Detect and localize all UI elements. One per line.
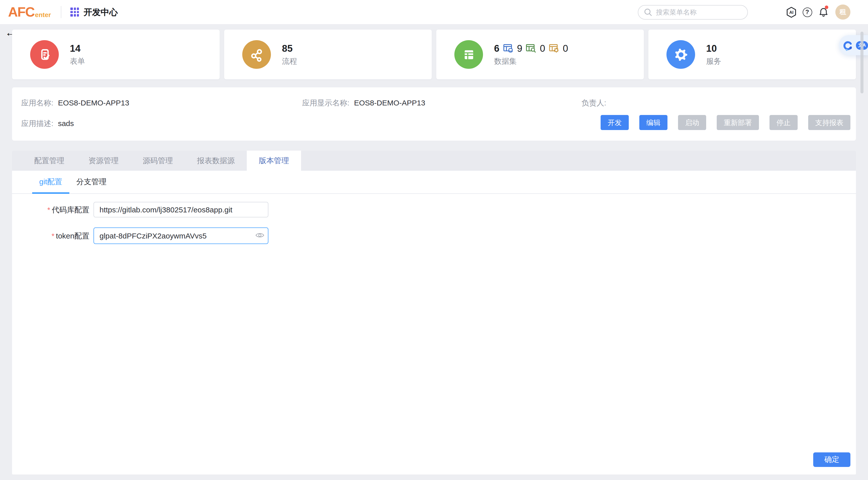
flow-stat-icon bbox=[242, 40, 271, 69]
repo-config-input[interactable] bbox=[93, 202, 269, 217]
stat-label: 服务 bbox=[706, 57, 721, 66]
support-report-button: 支持报表 bbox=[808, 115, 850, 130]
app-owner-label: 负责人: bbox=[582, 98, 606, 107]
notification-badge bbox=[825, 5, 828, 9]
search-box[interactable] bbox=[638, 5, 748, 19]
subtab-branch-management[interactable]: 分支管理 bbox=[69, 171, 114, 193]
search-input[interactable] bbox=[656, 8, 736, 16]
notification-bell-icon[interactable] bbox=[817, 6, 829, 18]
app-root: AFC enter 开发中心 AI ? bbox=[0, 0, 868, 480]
app-desc-label: 应用描述: bbox=[21, 119, 53, 128]
search-icon bbox=[644, 8, 652, 16]
page-title: 开发中心 bbox=[84, 6, 118, 18]
eye-icon bbox=[255, 232, 265, 239]
afcenter-logo[interactable]: AFC enter bbox=[8, 5, 51, 19]
page-scrollbar-thumb[interactable] bbox=[861, 32, 864, 93]
stat-card-forms: 14 表单 bbox=[12, 30, 220, 79]
stat-sub-value: 0 bbox=[540, 43, 545, 54]
app-owner-field: 负责人: bbox=[582, 98, 606, 108]
app-name-field: 应用名称: EOS8-DEMO-APP13 bbox=[21, 98, 129, 108]
form-stat-icon bbox=[30, 40, 59, 69]
subtab-git-config[interactable]: git配置 bbox=[32, 171, 69, 193]
dataset-config-icon bbox=[549, 43, 559, 54]
repo-config-label: *代码库配置 bbox=[24, 202, 90, 217]
svg-text:AI: AI bbox=[789, 10, 793, 14]
app-action-buttons: 开发 编辑 启动 重新部署 停止 支持报表 bbox=[600, 115, 850, 130]
dataset-stat-icon bbox=[454, 40, 483, 69]
stat-card-services: 10 服务 bbox=[648, 30, 856, 79]
logo-text-main: AFC bbox=[8, 5, 34, 19]
dataset-counts-row: 6 9 bbox=[494, 43, 568, 54]
app-name-label: 应用名称: bbox=[21, 98, 53, 107]
toggle-token-visibility-button[interactable] bbox=[255, 232, 265, 239]
token-config-input[interactable] bbox=[93, 228, 269, 244]
top-header: AFC enter 开发中心 AI ? bbox=[0, 0, 868, 24]
stat-card-datasets: 6 9 bbox=[436, 30, 644, 79]
stat-sub-value: 0 bbox=[563, 43, 568, 54]
stat-label: 数据集 bbox=[494, 57, 568, 66]
stat-sub-value: 9 bbox=[517, 43, 522, 54]
stat-cards-row: 14 表单 85 流程 bbox=[12, 30, 856, 79]
app-name-value: EOS8-DEMO-APP13 bbox=[58, 98, 129, 107]
avatar[interactable]: 租 bbox=[835, 4, 850, 20]
stat-label: 流程 bbox=[282, 57, 297, 66]
floating-assistant-widget[interactable]: 文A bbox=[839, 35, 868, 55]
stop-button: 停止 bbox=[770, 115, 798, 130]
app-menu-grid-icon[interactable] bbox=[71, 8, 79, 16]
app-desc-value: sads bbox=[58, 119, 74, 128]
main-panel: 配置管理 资源管理 源码管理 报表数据源 版本管理 git配置 分支管理 *代码… bbox=[12, 150, 856, 475]
tab-source-management[interactable]: 源码管理 bbox=[131, 150, 185, 171]
dataset-db-icon bbox=[503, 43, 514, 54]
stat-value: 85 bbox=[282, 43, 297, 54]
stat-value: 14 bbox=[70, 43, 85, 54]
stat-label: 表单 bbox=[70, 57, 85, 66]
stat-value: 10 bbox=[706, 43, 721, 54]
start-button: 启动 bbox=[678, 115, 706, 130]
service-stat-icon bbox=[666, 40, 695, 69]
assistant-logo-icon bbox=[842, 38, 854, 52]
edit-button[interactable]: 编辑 bbox=[639, 115, 668, 130]
stat-card-flows: 85 流程 bbox=[224, 30, 432, 79]
tab-config-management[interactable]: 配置管理 bbox=[22, 150, 76, 171]
develop-button[interactable]: 开发 bbox=[600, 115, 629, 130]
logo-text-sub: enter bbox=[35, 11, 51, 19]
app-desc-field: 应用描述: sads bbox=[21, 119, 74, 129]
tab-report-datasource[interactable]: 报表数据源 bbox=[185, 150, 247, 171]
token-config-label: *token配置 bbox=[24, 228, 90, 244]
stat-value: 6 bbox=[494, 43, 499, 54]
app-info-panel: 应用名称: EOS8-DEMO-APP13 应用显示名称: EOS8-DEMO-… bbox=[12, 88, 856, 141]
header-divider bbox=[61, 6, 62, 18]
tab-resource-management[interactable]: 资源管理 bbox=[76, 150, 131, 171]
tab-version-management[interactable]: 版本管理 bbox=[247, 150, 301, 171]
app-display-name-value: EOS8-DEMO-APP13 bbox=[354, 98, 425, 107]
redeploy-button: 重新部署 bbox=[717, 115, 759, 130]
main-tab-bar: 配置管理 资源管理 源码管理 报表数据源 版本管理 bbox=[12, 150, 856, 171]
sub-tab-bar: git配置 分支管理 bbox=[12, 171, 856, 194]
dataset-query-icon bbox=[526, 43, 536, 54]
required-mark: * bbox=[47, 205, 50, 214]
app-display-name-label: 应用显示名称: bbox=[302, 98, 349, 107]
ai-assistant-icon[interactable]: AI bbox=[785, 6, 797, 18]
help-icon[interactable]: ? bbox=[801, 6, 813, 18]
required-mark: * bbox=[52, 232, 55, 240]
header-icons: AI ? 租 bbox=[785, 4, 850, 20]
confirm-button[interactable]: 确定 bbox=[813, 452, 850, 467]
app-display-name-field: 应用显示名称: EOS8-DEMO-APP13 bbox=[302, 98, 425, 108]
